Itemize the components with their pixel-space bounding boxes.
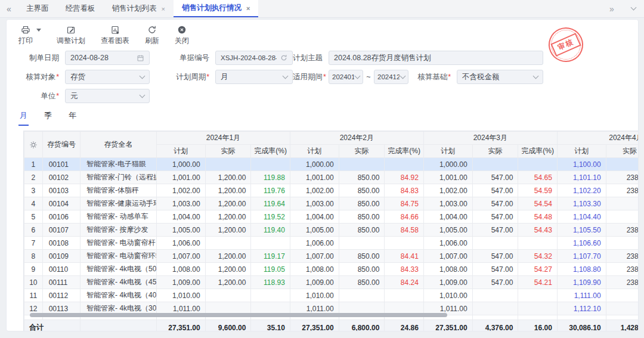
chevron-down-icon bbox=[400, 73, 406, 79]
plan-value: 1,004.00 bbox=[156, 210, 205, 224]
regenerate-icon[interactable] bbox=[280, 54, 287, 61]
plan-topic-label: 计划主题 bbox=[293, 53, 329, 63]
view-chart-button[interactable]: 查看图表 bbox=[101, 25, 129, 46]
completion-rate bbox=[518, 289, 557, 302]
plan-cycle-select[interactable]: 月 bbox=[215, 70, 293, 84]
sub-header-rate[interactable]: 完成率(%) bbox=[518, 145, 557, 158]
column-settings-button[interactable] bbox=[24, 132, 43, 158]
table-row[interactable]: 1000111智能管家- 4k电视（45寸）1,009.001,200.0011… bbox=[24, 276, 639, 289]
sub-header-actual[interactable]: 实际 bbox=[339, 145, 385, 158]
adjust-plan-button[interactable]: 调整计划 bbox=[57, 25, 85, 46]
actual-value: 547.00 bbox=[472, 210, 518, 224]
month-group-header: 2024年4月 bbox=[557, 132, 639, 145]
actual-value: 238.00 bbox=[606, 276, 639, 289]
period-tab-month[interactable]: 月 bbox=[18, 108, 29, 126]
inventory-name: 智能管家-电子猫眼 bbox=[80, 158, 157, 171]
plan-value: 1,007.00 bbox=[423, 250, 472, 263]
actual-value: 547.00 bbox=[472, 250, 518, 263]
sub-header-plan[interactable]: 计划 bbox=[156, 145, 205, 158]
plan-value: 1,104.40 bbox=[557, 210, 606, 224]
sub-header-plan[interactable]: 计划 bbox=[290, 145, 339, 158]
plan-value: 1,008.00 bbox=[423, 263, 472, 276]
close-tab-icon[interactable]: × bbox=[246, 5, 250, 12]
tab-main[interactable]: 主界面 bbox=[18, 0, 57, 17]
table-row[interactable]: 1100112智能管家- 4k电视（40寸）1,010.001,010.001,… bbox=[24, 289, 639, 302]
col-header-name[interactable]: 存货全名 bbox=[80, 132, 157, 158]
period-tab-year[interactable]: 年 bbox=[67, 108, 78, 126]
table-row[interactable]: 500106智能管家- 动感单车1,004.001,200.00119.521,… bbox=[24, 210, 639, 224]
inventory-name: 智能管家-健康运动手环 bbox=[80, 197, 157, 210]
period-from-select[interactable]: 202401 bbox=[329, 70, 363, 84]
actual-value: 238.00 bbox=[606, 250, 639, 263]
unit-select[interactable]: 元 bbox=[65, 89, 150, 103]
actual-value: 850.00 bbox=[339, 263, 385, 276]
table-row[interactable]: 100101智能管家-电子猫眼1,000.001,000.001,000.001… bbox=[24, 158, 639, 171]
completion-rate: 84.41 bbox=[385, 250, 423, 263]
plan-value: 1,103.30 bbox=[557, 197, 606, 210]
inventory-code: 00112 bbox=[42, 289, 80, 302]
tab-overflow-icon[interactable]: » bbox=[601, 0, 623, 18]
refresh-button[interactable]: 刷新 bbox=[145, 25, 159, 46]
close-tab-icon[interactable]: × bbox=[162, 5, 165, 13]
table-row[interactable]: 800109智能管家- 电动窗帘环套1,007.001,200.00119.17… bbox=[24, 250, 639, 263]
sub-header-actual[interactable]: 实际 bbox=[472, 145, 518, 158]
print-dropdown-caret-icon[interactable] bbox=[36, 29, 41, 32]
total-rate: 24.86 bbox=[385, 320, 423, 332]
sub-header-actual[interactable]: 实际 bbox=[606, 145, 639, 158]
plan-topic-field[interactable]: 2024.08.28存货月度销售计划 bbox=[329, 51, 543, 65]
plan-execution-table-area: 存货编号 存货全名 2024年1月 2024年2月 2024年3月 2024年4… bbox=[23, 131, 639, 331]
inventory-name: 智能管家-体脂秤 bbox=[80, 184, 157, 197]
tab-dropdown-icon[interactable] bbox=[623, 0, 644, 18]
month-group-header: 2024年2月 bbox=[290, 132, 423, 145]
completion-rate bbox=[385, 289, 423, 302]
sub-header-plan[interactable]: 计划 bbox=[423, 145, 472, 158]
close-button[interactable]: 关闭 bbox=[175, 25, 189, 46]
collapse-tabs-icon[interactable]: « bbox=[0, 0, 18, 17]
calc-object-select[interactable]: 存货 bbox=[65, 70, 150, 84]
actual-value bbox=[472, 158, 518, 171]
inventory-code: 00111 bbox=[42, 276, 80, 289]
chevron-down-icon bbox=[140, 92, 145, 98]
actual-value: 238.00 bbox=[606, 263, 639, 276]
plan-value: 1,000.00 bbox=[423, 158, 472, 171]
tab-sales-plan-execution[interactable]: 销售计划执行情况 × bbox=[174, 0, 258, 17]
table-row[interactable]: 200102智能管家-门铃（远程提示）1,001.001,200.00119.8… bbox=[24, 171, 639, 184]
table-row[interactable]: 600107智能管家- 按摩沙发1,005.001,200.00119.401,… bbox=[24, 224, 639, 237]
row-number: 7 bbox=[24, 237, 43, 250]
total-plan: 27,351.00 bbox=[156, 320, 205, 332]
plan-value: 1,001.00 bbox=[156, 171, 205, 184]
plan-value: 1,005.00 bbox=[290, 224, 339, 237]
plan-value: 1,003.00 bbox=[290, 197, 339, 210]
row-number: 3 bbox=[24, 184, 43, 197]
table-row[interactable]: 300103智能管家-体脂秤1,002.001,200.00119.761,00… bbox=[24, 184, 639, 197]
calc-basis-select[interactable]: 不含税金额 bbox=[457, 70, 543, 84]
sub-header-rate[interactable]: 完成率(%) bbox=[251, 145, 290, 158]
completion-rate: 119.17 bbox=[251, 250, 290, 263]
actual-value: 850.00 bbox=[339, 250, 385, 263]
table-row[interactable]: 900110智能管家- 4k电视（50寸）1,008.001,200.00119… bbox=[24, 263, 639, 276]
make-date-label: 制单日期 bbox=[18, 53, 65, 63]
tab-sales-plan-list[interactable]: 销售计划列表 × bbox=[104, 0, 174, 17]
col-header-code[interactable]: 存货编号 bbox=[42, 132, 80, 158]
horizontal-scrollbar-thumb[interactable] bbox=[30, 313, 447, 317]
inventory-name: 智能管家- 电动窗帘环套 bbox=[80, 250, 157, 263]
sub-header-actual[interactable]: 实际 bbox=[205, 145, 251, 158]
sub-header-rate[interactable]: 完成率(%) bbox=[385, 145, 423, 158]
period-to-select[interactable]: 202412 bbox=[374, 70, 408, 84]
period-tab-quarter[interactable]: 季 bbox=[43, 108, 53, 126]
tab-dashboard[interactable]: 经营看板 bbox=[57, 0, 104, 17]
completion-rate: 54.59 bbox=[518, 184, 557, 197]
row-number: 1 bbox=[24, 158, 43, 171]
table-row[interactable]: 400104智能管家-健康运动手环1,003.001,200.00119.641… bbox=[24, 197, 639, 210]
total-plan: 30,086.10 bbox=[557, 320, 606, 332]
make-date-field[interactable]: 2024-08-28 bbox=[65, 51, 150, 65]
actual-value: 547.00 bbox=[472, 224, 518, 237]
table-row[interactable]: 700108智能管家- 电动窗帘杆1,006.001,006.001,006.0… bbox=[24, 237, 639, 250]
doc-no-field[interactable]: XSJH-2024-08-28-00005 bbox=[215, 51, 293, 65]
plan-value: 1,001.00 bbox=[423, 171, 472, 184]
actual-value: 547.00 bbox=[472, 171, 518, 184]
actual-value bbox=[339, 289, 385, 302]
sub-header-plan[interactable]: 计划 bbox=[557, 145, 606, 158]
print-button[interactable]: 打印 bbox=[18, 25, 33, 46]
empty-cell bbox=[472, 315, 518, 320]
